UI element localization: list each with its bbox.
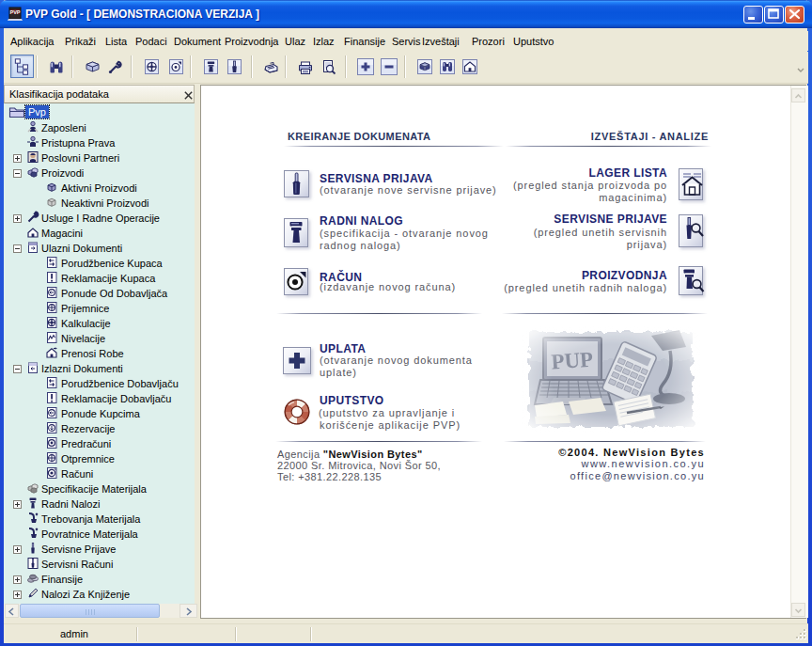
svg-text:PVP: PVP xyxy=(9,9,20,15)
